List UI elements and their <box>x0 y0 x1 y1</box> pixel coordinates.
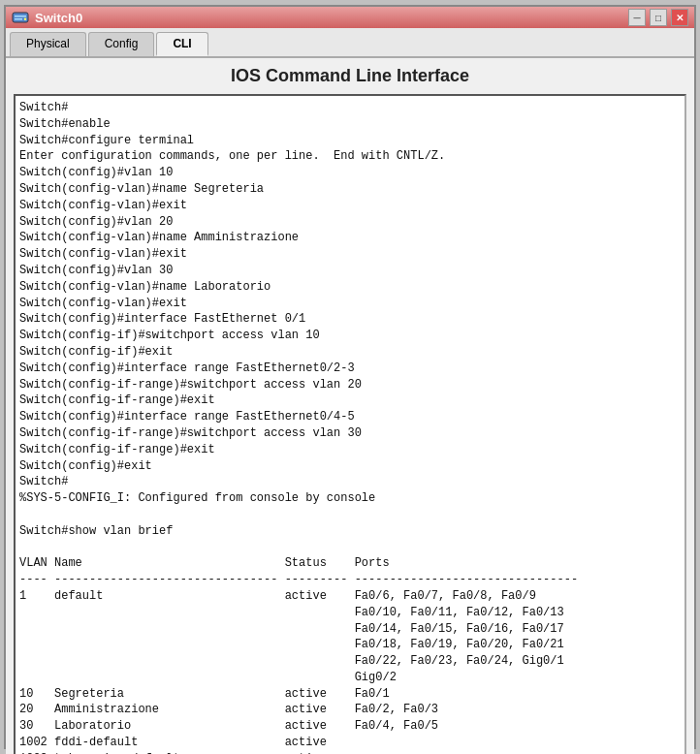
tab-bar: Physical Config CLI <box>6 28 694 58</box>
main-window: Switch0 ─ □ ✕ Physical Config CLI IOS Co… <box>4 5 696 749</box>
main-content: IOS Command Line Interface Switch# Switc… <box>6 58 694 754</box>
app-icon <box>12 9 29 26</box>
tab-cli[interactable]: CLI <box>156 32 207 56</box>
tab-config[interactable]: Config <box>88 32 155 56</box>
svg-point-3 <box>24 18 26 20</box>
title-bar-left: Switch0 <box>12 9 82 26</box>
svg-rect-0 <box>13 13 28 22</box>
tab-physical[interactable]: Physical <box>10 32 86 56</box>
title-bar: Switch0 ─ □ ✕ <box>6 7 694 28</box>
close-button[interactable]: ✕ <box>671 9 688 26</box>
window-title: Switch0 <box>35 11 82 25</box>
page-title: IOS Command Line Interface <box>14 66 686 86</box>
restore-button[interactable]: □ <box>650 9 667 26</box>
minimize-button[interactable]: ─ <box>628 9 646 26</box>
window-controls: ─ □ ✕ <box>628 9 688 26</box>
svg-rect-2 <box>15 18 22 20</box>
terminal-output[interactable]: Switch# Switch#enable Switch#configure t… <box>14 94 686 754</box>
svg-rect-1 <box>15 16 26 17</box>
